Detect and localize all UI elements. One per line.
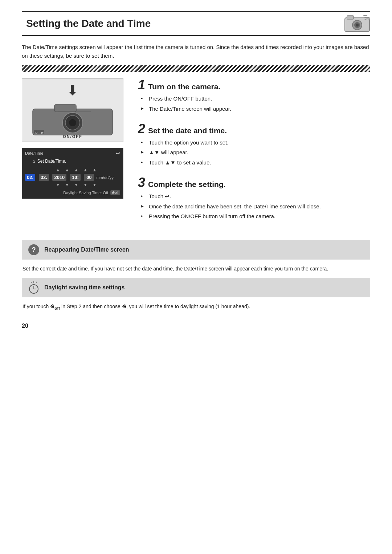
title-bar: Setting the Date and Time: [22, 11, 370, 36]
month-value: 02.: [39, 174, 49, 181]
note-reappearing-body: Set the correct date and time. If you ha…: [22, 265, 370, 273]
step-3-header: 3 Complete the setting.: [138, 176, 370, 189]
datetime-screen-title: Date/Time: [25, 151, 43, 155]
step-3-bullets: Touch ↩. Once the date and time have bee…: [138, 192, 370, 221]
question-icon: ?: [28, 244, 40, 256]
step-3-title: Complete the setting.: [148, 180, 226, 189]
clock-sun-svg: [28, 281, 40, 294]
note-daylight-title: Daylight saving time settings: [44, 284, 124, 291]
step-2-header: 2 Set the date and time.: [138, 122, 370, 135]
page-number: 20: [22, 323, 370, 329]
day-value: 02.: [25, 174, 35, 181]
clock-icon: [28, 281, 40, 294]
step-1-bullet-2: The Date/Time screen will appear.: [141, 105, 370, 114]
svg-point-3: [356, 24, 359, 27]
datetime-screen-header: Date/Time ↩: [25, 150, 120, 156]
date-format: mm/dd/yy: [96, 175, 114, 180]
camera-body-svg: iD ▶: [29, 98, 116, 138]
dst-badge: ※off: [110, 190, 120, 195]
hour-value: 10:: [70, 174, 81, 181]
step-3-number: 3: [138, 176, 145, 189]
step-3-bullet-1: Touch ↩.: [141, 192, 370, 201]
note-daylight-box: Daylight saving time settings: [22, 278, 370, 297]
dst-label: Daylight Saving Time: Off: [63, 191, 108, 195]
svg-text:iD: iD: [35, 131, 38, 134]
intro-paragraph: The Date/Time settings screen will appea…: [22, 43, 370, 60]
image-column: ⬇ iD ▶ ON/OFF: [22, 78, 127, 230]
note-reappearing-title: Reappearing Date/Time screen: [44, 247, 129, 253]
step-1-title: Turn on the camera.: [148, 82, 220, 91]
step-2-bullets: Touch the option you want to set. ▲▼ wil…: [138, 138, 370, 167]
svg-text:▶: ▶: [41, 131, 44, 134]
home-icon: ⌂: [32, 158, 35, 164]
main-layout: ⬇ iD ▶ ON/OFF: [22, 78, 370, 230]
step-1-number: 1: [138, 78, 145, 91]
note-reappearing-box: ? Reappearing Date/Time screen: [22, 240, 370, 260]
step-2-title: Set the date and time.: [148, 126, 227, 135]
step-1-bullets: Press the ON/OFF button. The Date/Time s…: [138, 94, 370, 114]
up-arrows: ▲ ▲ ▲ ▲ ▲: [25, 167, 120, 172]
step-2: 2 Set the date and time. Touch the optio…: [138, 122, 370, 167]
down-arrows: ▼ ▼ ▼ ▼ ▼: [25, 182, 120, 187]
datetime-menu-title-row: ⌂ Set Date/Time.: [25, 158, 120, 164]
step-2-bullet-1: Touch the option you want to set.: [141, 138, 370, 147]
arrow-down-icon: ⬇: [67, 82, 78, 98]
svg-rect-6: [54, 105, 76, 112]
steps-column: 1 Turn on the camera. Press the ON/OFF b…: [138, 78, 370, 230]
camera-illustration: ⬇ iD ▶ ON/OFF: [22, 78, 123, 142]
year-value: 2010: [52, 174, 66, 181]
page-title: Setting the Date and Time: [26, 18, 344, 29]
step-2-bullet-3: Touch ▲▼ to set a value.: [141, 158, 370, 167]
step-1-header: 1 Turn on the camera.: [138, 78, 370, 91]
step-2-number: 2: [138, 122, 145, 135]
svg-rect-4: [347, 16, 354, 19]
step-3: 3 Complete the setting. Touch ↩. Once th…: [138, 176, 370, 221]
back-icon: ↩: [116, 150, 120, 156]
datetime-values: 02. 02. 2010 10: 00 mm/dd/yy: [25, 174, 120, 181]
title-camera-icon: [344, 14, 370, 33]
step-3-bullet-3: Pressing the ON/OFF button will turn off…: [141, 212, 370, 221]
note-daylight-body: If you touch ※off in Step 2 and then cho…: [22, 302, 370, 311]
step-3-bullet-2: Once the date and time have been set, th…: [141, 202, 370, 211]
svg-line-16: [31, 282, 32, 283]
step-2-bullet-2: ▲▼ will appear.: [141, 148, 370, 157]
datetime-screen: Date/Time ↩ ⌂ Set Date/Time. ▲ ▲ ▲ ▲ ▲ 0…: [22, 148, 123, 199]
stripe-divider: [22, 65, 370, 72]
svg-point-9: [69, 119, 76, 126]
minute-value: 00: [84, 174, 94, 181]
step-1: 1 Turn on the camera. Press the ON/OFF b…: [138, 78, 370, 114]
svg-line-15: [36, 282, 37, 283]
step-1-bullet-1: Press the ON/OFF button.: [141, 94, 370, 103]
onoff-label: ON/OFF: [63, 134, 82, 139]
dst-footer: Daylight Saving Time: Off ※off: [25, 190, 120, 195]
datetime-menu-label: Set Date/Time.: [37, 159, 66, 164]
